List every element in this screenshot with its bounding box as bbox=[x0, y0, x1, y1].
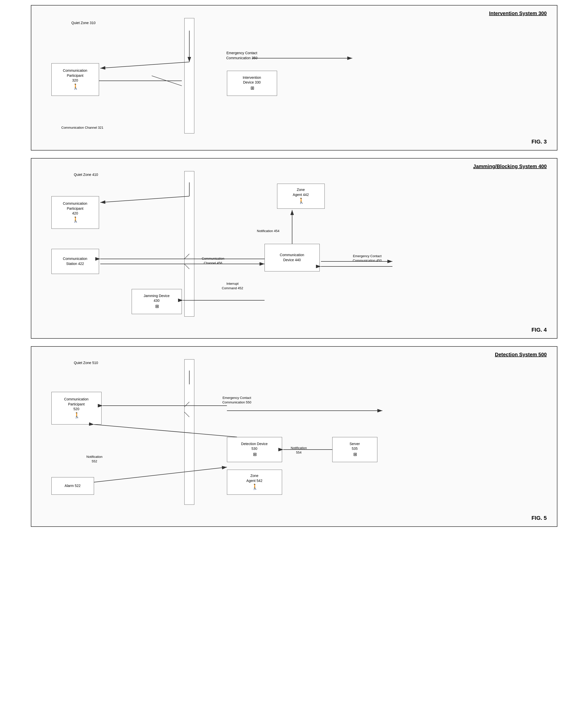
comm-participant-420-text: CommunicationParticipant420 bbox=[63, 201, 87, 216]
quiet-zone-410-label: Quiet Zone 410 bbox=[74, 172, 98, 177]
intervention-device-330-text: InterventionDevice 330 bbox=[243, 75, 261, 85]
svg-line-24 bbox=[94, 467, 227, 482]
svg-line-2 bbox=[100, 62, 189, 68]
fig5-arrows bbox=[31, 347, 557, 526]
comm-channel-456-label: CommunicationChannel 456 bbox=[202, 257, 225, 265]
fig5-diagram: Detection System 500 FIG. 5 Quiet Zone 5… bbox=[31, 346, 558, 527]
fig5-label: FIG. 5 bbox=[531, 515, 547, 521]
fig4-label: FIG. 4 bbox=[531, 327, 547, 333]
comm-device-440-box: CommunicationDevice 440 bbox=[265, 244, 320, 271]
fig3-title: Intervention System 300 bbox=[489, 11, 547, 16]
server-535-box: Server535 ⊞ bbox=[332, 437, 377, 462]
fig4-title: Jamming/Blocking System 400 bbox=[473, 164, 547, 169]
emergency-contact-350-label: Emergency ContactCommunication 350 bbox=[202, 51, 282, 60]
detection-device-530-box: Detection Device530 ⊞ bbox=[227, 437, 282, 462]
emergency-contact-550-label: Emergency ContactCommunication 550 bbox=[194, 396, 279, 405]
zone-agent-542-text: ZoneAgent 542 bbox=[247, 473, 262, 483]
svg-line-5 bbox=[152, 76, 182, 86]
person-icon-542: 🚶 bbox=[252, 483, 258, 491]
notification-552-label: Notification552 bbox=[86, 455, 103, 464]
server-535-text: Server535 bbox=[350, 442, 360, 451]
notification-454-label: Notification 454 bbox=[257, 229, 279, 233]
comm-participant-520-text: CommunicationParticipant520 bbox=[64, 397, 88, 412]
detection-device-530-text: Detection Device530 bbox=[241, 442, 268, 451]
quiet-zone-410-column bbox=[184, 171, 194, 316]
quiet-zone-310-label: Quiet Zone 310 bbox=[71, 21, 96, 26]
person-icon-420: 🚶 bbox=[72, 216, 79, 224]
comm-device-440-text: CommunicationDevice 440 bbox=[280, 253, 304, 262]
quiet-zone-510-column bbox=[184, 359, 194, 505]
jamming-device-430-text: Jamming Device430 bbox=[144, 293, 169, 303]
device-icon-535: ⊞ bbox=[353, 451, 357, 457]
device-icon-330: ⊞ bbox=[251, 85, 254, 91]
svg-line-9 bbox=[100, 196, 189, 202]
fig3-label: FIG. 3 bbox=[531, 139, 547, 145]
intervention-device-330-box: InterventionDevice 330 ⊞ bbox=[227, 71, 277, 96]
person-icon-442: 🚶 bbox=[298, 197, 304, 205]
comm-channel-321-label: Communication Channel 321 bbox=[61, 125, 104, 130]
comm-station-422-text: CommunicationStation 422 bbox=[63, 257, 87, 266]
comm-participant-420-box: CommunicationParticipant420 🚶 bbox=[51, 196, 99, 229]
comm-participant-320-text: CommunicationParticipant320 bbox=[63, 68, 87, 83]
zone-agent-442-text: ZoneAgent 442 bbox=[293, 187, 309, 197]
fig4-diagram: Jamming/Blocking System 400 FIG. 4 Quiet… bbox=[31, 158, 558, 339]
emergency-contact-450-label: Emergency ContactCommunication 450 bbox=[332, 254, 402, 263]
fig5-title: Detection System 500 bbox=[495, 352, 547, 357]
comm-participant-320-box: CommunicationParticipant320 🚶 bbox=[51, 63, 99, 96]
fig3-diagram: Intervention System 300 FIG. 3 Quiet Zon… bbox=[31, 5, 558, 150]
device-icon-430: ⊞ bbox=[155, 303, 159, 310]
fig3-arrows bbox=[31, 5, 557, 150]
person-icon-520: 🚶 bbox=[74, 412, 80, 420]
quiet-zone-510-label: Quiet Zone 510 bbox=[74, 361, 98, 366]
jamming-device-430-box: Jamming Device430 ⊞ bbox=[132, 289, 182, 314]
main-container: Intervention System 300 FIG. 3 Quiet Zon… bbox=[31, 5, 558, 527]
comm-station-422-box: CommunicationStation 422 bbox=[51, 249, 99, 274]
person-icon-320: 🚶 bbox=[72, 83, 79, 91]
quiet-zone-310-column bbox=[184, 18, 194, 134]
comm-participant-520-box: CommunicationParticipant520 🚶 bbox=[51, 392, 102, 425]
interrupt-452-label: InterruptCommand 452 bbox=[222, 282, 243, 290]
alarm-522-text: Alarm 522 bbox=[65, 484, 81, 488]
alarm-522-box: Alarm 522 bbox=[51, 477, 94, 495]
zone-agent-442-box: ZoneAgent 442 🚶 bbox=[277, 184, 325, 209]
svg-line-23 bbox=[94, 425, 237, 437]
device-icon-530: ⊞ bbox=[253, 451, 257, 457]
notification-554-label: Notification554 bbox=[291, 446, 307, 455]
zone-agent-542-box: ZoneAgent 542 🚶 bbox=[227, 470, 282, 495]
